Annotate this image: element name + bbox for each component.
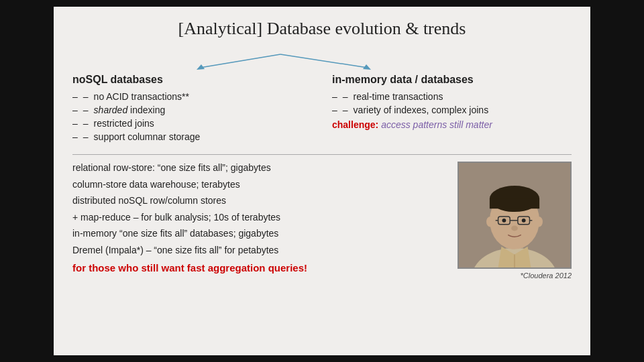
bullet-text: variety of indexes, complex joins	[354, 105, 489, 115]
right-col-header: in-memory data / databases	[332, 74, 572, 86]
challenge-label: challenge:	[332, 119, 378, 130]
svg-rect-9	[490, 199, 539, 209]
person-svg	[459, 162, 570, 269]
list-item: – no ACID transactions**	[72, 91, 312, 102]
list-item: – variety of indexes, complex joins	[332, 105, 572, 115]
cloudera-note: *Cloudera 2012	[521, 272, 572, 280]
text-lines: relational row-store: “one size fits all…	[72, 162, 441, 280]
svg-point-10	[486, 217, 494, 227]
left-col-header: noSQL databases	[72, 74, 312, 86]
svg-point-11	[535, 217, 543, 227]
list-item: – restricted joins	[72, 118, 312, 129]
right-bar	[590, 0, 644, 362]
bullet-text: no ACID transactions**	[94, 91, 189, 102]
svg-point-19	[511, 226, 518, 231]
bottom-section: relational row-store: “one size fits all…	[72, 162, 572, 280]
bullet-text: sharded	[94, 105, 128, 115]
divider	[72, 154, 572, 155]
text-line: column-store data warehouse; terabytes	[72, 178, 441, 192]
bullet-text-cont: indexing	[127, 105, 165, 115]
right-column: in-memory data / databases – real-time t…	[319, 74, 572, 145]
columns-area: noSQL databases – no ACID transactions**…	[72, 74, 572, 145]
svg-line-2	[280, 54, 368, 68]
list-item: – support columnar storage	[72, 131, 312, 142]
svg-point-18	[522, 219, 526, 223]
text-line: distributed noSQL row/column stores	[72, 194, 441, 208]
bullet-text: support columnar storage	[94, 131, 201, 142]
text-line: relational row-store: “one size fits all…	[72, 162, 441, 175]
list-item: – sharded indexing	[72, 105, 312, 115]
left-column: noSQL databases – no ACID transactions**…	[72, 74, 319, 145]
bullet-text: real-time transactions	[354, 91, 443, 102]
svg-line-0	[200, 54, 280, 68]
arrows-svg	[146, 51, 415, 71]
svg-point-17	[502, 219, 506, 223]
left-bullet-list: – no ACID transactions** – sharded index…	[72, 91, 312, 142]
highlight-text-line: for those who still want fast aggregatio…	[72, 261, 441, 275]
text-line: Dremel (Impala*) – “one size fits all” f…	[72, 244, 441, 257]
challenge-value: access patterns still matter	[381, 119, 492, 130]
left-bar	[0, 0, 54, 362]
bullet-text: restricted joins	[94, 118, 154, 129]
slide: [Analytical] Database evolution & trends…	[54, 7, 590, 355]
text-line: + map-reduce – for bulk analysis; 10s of…	[72, 211, 441, 225]
right-bullet-list: – real-time transactions – variety of in…	[332, 91, 572, 115]
list-item: – real-time transactions	[332, 91, 572, 102]
text-line: in-memory “one size fits all” databases;…	[72, 227, 441, 241]
slide-title: [Analytical] Database evolution & trends	[72, 19, 572, 39]
challenge-line: challenge: access patterns still matter	[332, 119, 572, 130]
webcam-image	[458, 162, 572, 269]
webcam-area: *Cloudera 2012	[447, 162, 572, 280]
